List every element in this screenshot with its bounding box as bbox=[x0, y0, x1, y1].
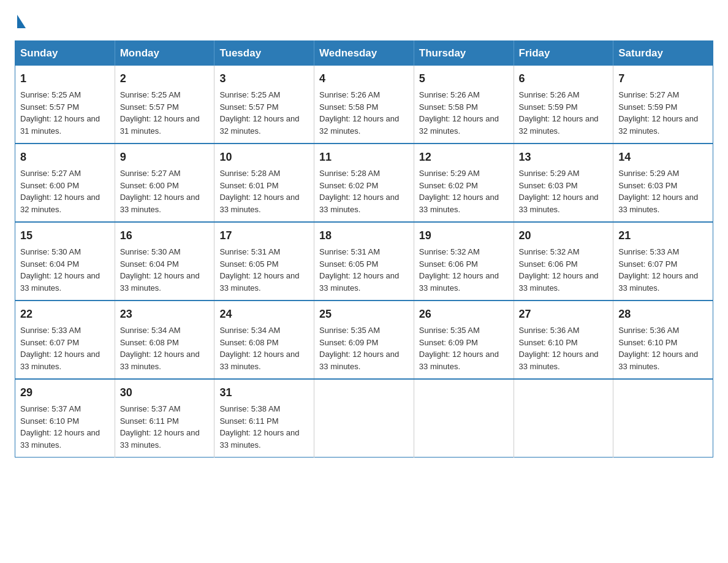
day-number: 14 bbox=[618, 149, 708, 165]
header-sunday: Sunday bbox=[15, 41, 115, 66]
day-number: 12 bbox=[419, 149, 509, 165]
day-number: 25 bbox=[319, 306, 409, 322]
day-cell-5: 5Sunrise: 5:26 AMSunset: 5:58 PMDaylight… bbox=[414, 66, 514, 144]
day-cell-16: 16Sunrise: 5:30 AMSunset: 6:04 PMDayligh… bbox=[115, 222, 214, 301]
day-cell-23: 23Sunrise: 5:34 AMSunset: 6:08 PMDayligh… bbox=[115, 301, 214, 379]
day-number: 29 bbox=[20, 385, 110, 400]
empty-cell-w4-d6 bbox=[613, 379, 713, 458]
day-info: Sunrise: 5:38 AMSunset: 6:11 PMDaylight:… bbox=[219, 403, 309, 451]
day-number: 31 bbox=[219, 385, 309, 400]
header-wednesday: Wednesday bbox=[314, 41, 414, 66]
day-cell-14: 14Sunrise: 5:29 AMSunset: 6:03 PMDayligh… bbox=[613, 144, 713, 222]
day-info: Sunrise: 5:33 AMSunset: 6:07 PMDaylight:… bbox=[618, 246, 708, 294]
day-info: Sunrise: 5:36 AMSunset: 6:10 PMDaylight:… bbox=[618, 324, 708, 372]
day-info: Sunrise: 5:27 AMSunset: 5:59 PMDaylight:… bbox=[618, 89, 708, 137]
day-number: 15 bbox=[20, 228, 110, 243]
day-number: 24 bbox=[219, 306, 309, 322]
day-info: Sunrise: 5:28 AMSunset: 6:02 PMDaylight:… bbox=[319, 167, 409, 215]
calendar-header-row: SundayMondayTuesdayWednesdayThursdayFrid… bbox=[15, 41, 713, 66]
day-number: 28 bbox=[618, 306, 708, 322]
day-cell-8: 8Sunrise: 5:27 AMSunset: 6:00 PMDaylight… bbox=[15, 144, 115, 222]
week-row-4: 22Sunrise: 5:33 AMSunset: 6:07 PMDayligh… bbox=[15, 301, 713, 379]
day-cell-24: 24Sunrise: 5:34 AMSunset: 6:08 PMDayligh… bbox=[214, 301, 314, 379]
day-cell-31: 31Sunrise: 5:38 AMSunset: 6:11 PMDayligh… bbox=[214, 379, 314, 458]
day-number: 4 bbox=[319, 71, 409, 86]
day-number: 6 bbox=[519, 71, 609, 86]
day-info: Sunrise: 5:37 AMSunset: 6:11 PMDaylight:… bbox=[120, 403, 210, 451]
day-info: Sunrise: 5:34 AMSunset: 6:08 PMDaylight:… bbox=[219, 324, 309, 372]
empty-cell-w4-d5 bbox=[514, 379, 613, 458]
calendar-table: SundayMondayTuesdayWednesdayThursdayFrid… bbox=[15, 40, 713, 458]
day-info: Sunrise: 5:31 AMSunset: 6:05 PMDaylight:… bbox=[219, 246, 309, 294]
day-cell-17: 17Sunrise: 5:31 AMSunset: 6:05 PMDayligh… bbox=[214, 222, 314, 301]
day-number: 13 bbox=[519, 149, 609, 165]
day-cell-4: 4Sunrise: 5:26 AMSunset: 5:58 PMDaylight… bbox=[314, 66, 414, 144]
day-number: 8 bbox=[20, 149, 110, 165]
day-info: Sunrise: 5:26 AMSunset: 5:58 PMDaylight:… bbox=[419, 89, 509, 137]
header-monday: Monday bbox=[115, 41, 214, 66]
day-cell-15: 15Sunrise: 5:30 AMSunset: 6:04 PMDayligh… bbox=[15, 222, 115, 301]
day-number: 2 bbox=[120, 71, 210, 86]
header-thursday: Thursday bbox=[414, 41, 514, 66]
day-number: 23 bbox=[120, 306, 210, 322]
day-cell-9: 9Sunrise: 5:27 AMSunset: 6:00 PMDaylight… bbox=[115, 144, 214, 222]
day-info: Sunrise: 5:31 AMSunset: 6:05 PMDaylight:… bbox=[319, 246, 409, 294]
day-info: Sunrise: 5:27 AMSunset: 6:00 PMDaylight:… bbox=[20, 167, 110, 215]
day-info: Sunrise: 5:29 AMSunset: 6:03 PMDaylight:… bbox=[519, 167, 609, 215]
day-number: 19 bbox=[419, 228, 509, 243]
day-number: 7 bbox=[618, 71, 708, 86]
day-number: 18 bbox=[319, 228, 409, 243]
day-info: Sunrise: 5:29 AMSunset: 6:02 PMDaylight:… bbox=[419, 167, 509, 215]
day-info: Sunrise: 5:37 AMSunset: 6:10 PMDaylight:… bbox=[20, 403, 110, 451]
day-number: 21 bbox=[618, 228, 708, 243]
empty-cell-w4-d4 bbox=[414, 379, 514, 458]
day-info: Sunrise: 5:27 AMSunset: 6:00 PMDaylight:… bbox=[120, 167, 210, 215]
day-info: Sunrise: 5:25 AMSunset: 5:57 PMDaylight:… bbox=[20, 89, 110, 137]
day-cell-12: 12Sunrise: 5:29 AMSunset: 6:02 PMDayligh… bbox=[414, 144, 514, 222]
day-number: 11 bbox=[319, 149, 409, 165]
day-cell-2: 2Sunrise: 5:25 AMSunset: 5:57 PMDaylight… bbox=[115, 66, 214, 144]
day-cell-6: 6Sunrise: 5:26 AMSunset: 5:59 PMDaylight… bbox=[514, 66, 613, 144]
day-cell-26: 26Sunrise: 5:35 AMSunset: 6:09 PMDayligh… bbox=[414, 301, 514, 379]
day-cell-13: 13Sunrise: 5:29 AMSunset: 6:03 PMDayligh… bbox=[514, 144, 613, 222]
day-number: 20 bbox=[519, 228, 609, 243]
day-info: Sunrise: 5:26 AMSunset: 5:58 PMDaylight:… bbox=[319, 89, 409, 137]
day-cell-21: 21Sunrise: 5:33 AMSunset: 6:07 PMDayligh… bbox=[613, 222, 713, 301]
day-info: Sunrise: 5:29 AMSunset: 6:03 PMDaylight:… bbox=[618, 167, 708, 215]
day-info: Sunrise: 5:36 AMSunset: 6:10 PMDaylight:… bbox=[519, 324, 609, 372]
day-number: 22 bbox=[20, 306, 110, 322]
day-cell-28: 28Sunrise: 5:36 AMSunset: 6:10 PMDayligh… bbox=[613, 301, 713, 379]
day-number: 10 bbox=[219, 149, 309, 165]
day-info: Sunrise: 5:30 AMSunset: 6:04 PMDaylight:… bbox=[120, 246, 210, 294]
logo bbox=[15, 15, 26, 28]
week-row-3: 15Sunrise: 5:30 AMSunset: 6:04 PMDayligh… bbox=[15, 222, 713, 301]
day-info: Sunrise: 5:30 AMSunset: 6:04 PMDaylight:… bbox=[20, 246, 110, 294]
week-row-2: 8Sunrise: 5:27 AMSunset: 6:00 PMDaylight… bbox=[15, 144, 713, 222]
day-number: 17 bbox=[219, 228, 309, 243]
day-number: 3 bbox=[219, 71, 309, 86]
day-cell-10: 10Sunrise: 5:28 AMSunset: 6:01 PMDayligh… bbox=[214, 144, 314, 222]
empty-cell-w4-d3 bbox=[314, 379, 414, 458]
page-header bbox=[15, 15, 713, 28]
day-cell-25: 25Sunrise: 5:35 AMSunset: 6:09 PMDayligh… bbox=[314, 301, 414, 379]
day-info: Sunrise: 5:28 AMSunset: 6:01 PMDaylight:… bbox=[219, 167, 309, 215]
day-number: 5 bbox=[419, 71, 509, 86]
day-cell-29: 29Sunrise: 5:37 AMSunset: 6:10 PMDayligh… bbox=[15, 379, 115, 458]
logo-triangle-icon bbox=[17, 15, 26, 28]
day-cell-18: 18Sunrise: 5:31 AMSunset: 6:05 PMDayligh… bbox=[314, 222, 414, 301]
day-cell-22: 22Sunrise: 5:33 AMSunset: 6:07 PMDayligh… bbox=[15, 301, 115, 379]
day-cell-1: 1Sunrise: 5:25 AMSunset: 5:57 PMDaylight… bbox=[15, 66, 115, 144]
day-cell-30: 30Sunrise: 5:37 AMSunset: 6:11 PMDayligh… bbox=[115, 379, 214, 458]
day-number: 30 bbox=[120, 385, 210, 400]
day-info: Sunrise: 5:35 AMSunset: 6:09 PMDaylight:… bbox=[419, 324, 509, 372]
day-number: 27 bbox=[519, 306, 609, 322]
day-cell-19: 19Sunrise: 5:32 AMSunset: 6:06 PMDayligh… bbox=[414, 222, 514, 301]
week-row-5: 29Sunrise: 5:37 AMSunset: 6:10 PMDayligh… bbox=[15, 379, 713, 458]
day-info: Sunrise: 5:32 AMSunset: 6:06 PMDaylight:… bbox=[419, 246, 509, 294]
week-row-1: 1Sunrise: 5:25 AMSunset: 5:57 PMDaylight… bbox=[15, 66, 713, 144]
day-number: 26 bbox=[419, 306, 509, 322]
day-info: Sunrise: 5:35 AMSunset: 6:09 PMDaylight:… bbox=[319, 324, 409, 372]
day-number: 16 bbox=[120, 228, 210, 243]
day-cell-11: 11Sunrise: 5:28 AMSunset: 6:02 PMDayligh… bbox=[314, 144, 414, 222]
day-number: 9 bbox=[120, 149, 210, 165]
